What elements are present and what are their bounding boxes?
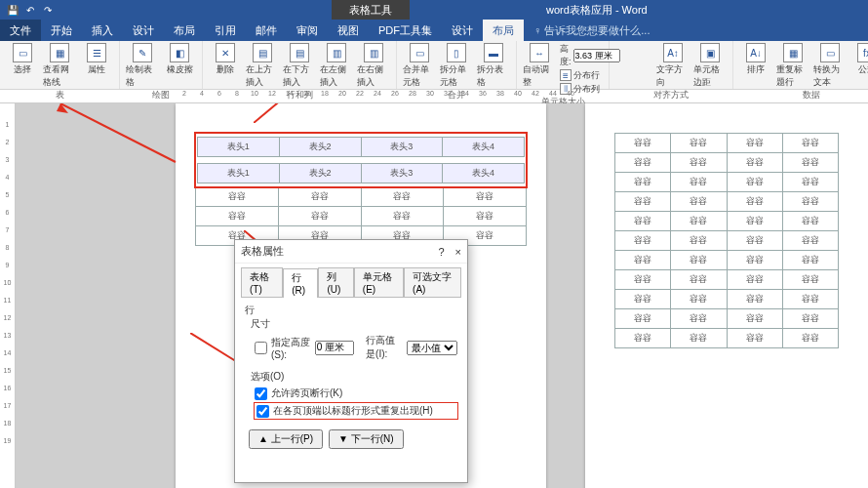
table-header-cell[interactable]: 表头4 <box>443 138 525 157</box>
tab-pdf[interactable]: PDF工具集 <box>369 20 442 41</box>
tab-table-layout[interactable]: 布局 <box>483 20 524 41</box>
table-cell[interactable]: 容容 <box>671 251 727 270</box>
tab-insert[interactable]: 插入 <box>82 20 123 41</box>
table-cell[interactable]: 容容 <box>727 134 782 153</box>
height-input[interactable] <box>315 341 354 355</box>
cell-margins-button[interactable]: ▣单元格边距 <box>693 43 727 89</box>
dialog-tab-alttext[interactable]: 可选文字(A) <box>404 267 461 297</box>
table-cell[interactable]: 容容 <box>615 290 671 309</box>
table-cell[interactable]: 容容 <box>615 251 671 270</box>
vertical-ruler[interactable]: 12345678910111213141516171819 <box>0 103 16 488</box>
table-cell[interactable]: 容容 <box>361 187 444 207</box>
tab-layout[interactable]: 布局 <box>164 20 205 41</box>
insert-above-button[interactable]: ▤在上方插入 <box>246 43 279 89</box>
table-header-cell[interactable]: 表头2 <box>279 164 361 183</box>
align-ml-icon[interactable] <box>615 56 627 67</box>
table-cell[interactable]: 容容 <box>782 192 838 212</box>
tab-table-design[interactable]: 设计 <box>442 20 483 41</box>
tell-me[interactable]: ♀ 告诉我您想要做什么... <box>524 20 659 41</box>
align-grid[interactable] <box>615 43 652 80</box>
sort-button[interactable]: A↓排序 <box>739 43 772 76</box>
table-cell[interactable]: 容容 <box>727 212 782 231</box>
split-table-button[interactable]: ▬拆分表格 <box>477 43 510 89</box>
table-cell[interactable]: 容容 <box>671 290 727 309</box>
dialog-help-button[interactable]: ? <box>438 246 444 258</box>
align-bc-icon[interactable] <box>628 68 640 80</box>
table-cell[interactable]: 容容 <box>671 153 727 173</box>
table-cell[interactable]: 容容 <box>727 231 782 251</box>
table-2[interactable]: 容容容容容容容容容容容容容容容容容容容容容容容容容容容容容容容容容容容容容容容容… <box>614 133 839 348</box>
properties-button[interactable]: ☰属性 <box>80 43 113 76</box>
align-bl-icon[interactable] <box>615 68 627 80</box>
formula-button[interactable]: fx公式 <box>850 43 868 76</box>
select-button[interactable]: ▭选择 <box>6 43 39 76</box>
distribute-rows-button[interactable]: ≡分布行 <box>560 69 603 82</box>
table-cell[interactable]: 容容 <box>671 212 727 231</box>
table-cell[interactable]: 容容 <box>782 153 838 173</box>
table-cell[interactable]: 容容 <box>727 251 782 270</box>
table-cell[interactable]: 容容 <box>671 270 727 290</box>
tab-home[interactable]: 开始 <box>41 20 82 41</box>
table-cell[interactable]: 容容 <box>727 309 782 329</box>
next-row-button[interactable]: ▼ 下一行(N) <box>329 429 404 449</box>
undo-icon[interactable]: ↶ <box>23 3 37 17</box>
table-header-cell[interactable]: 表头3 <box>361 164 443 183</box>
row-height-is-select[interactable]: 最小值 <box>407 341 457 355</box>
table-cell[interactable]: 容容 <box>727 153 782 173</box>
table-cell[interactable]: 容容 <box>671 329 727 348</box>
table-1-body[interactable]: 容容容容容容容容容容容容容容容容容容容容容容容容 <box>195 186 527 246</box>
split-cells-button[interactable]: ▯拆分单元格 <box>440 43 473 89</box>
dialog-tab-row[interactable]: 行(R) <box>283 268 318 298</box>
table-cell[interactable]: 容容 <box>782 290 838 309</box>
redo-icon[interactable]: ↷ <box>41 3 55 17</box>
eraser-button[interactable]: ◧橡皮擦 <box>163 43 196 76</box>
dialog-tab-cell[interactable]: 单元格(E) <box>354 267 404 297</box>
autofit-button[interactable]: ↔自动调整 <box>523 43 556 89</box>
draw-table-button[interactable]: ✎绘制表格 <box>126 43 159 89</box>
table-cell[interactable]: 容容 <box>727 173 782 192</box>
table-cell[interactable]: 容容 <box>671 231 727 251</box>
table-cell[interactable]: 容容 <box>782 270 838 290</box>
table-cell[interactable]: 容容 <box>196 187 279 207</box>
tab-view[interactable]: 视图 <box>328 20 369 41</box>
table-cell[interactable]: 容容 <box>615 212 671 231</box>
table-cell[interactable]: 容容 <box>615 134 671 153</box>
tab-references[interactable]: 引用 <box>205 20 246 41</box>
table-cell[interactable]: 容容 <box>615 270 671 290</box>
table-header-cell[interactable]: 表头4 <box>443 164 525 183</box>
table-cell[interactable]: 容容 <box>361 207 444 226</box>
table-cell[interactable]: 容容 <box>671 309 727 329</box>
tab-file[interactable]: 文件 <box>0 20 41 41</box>
table-cell[interactable]: 容容 <box>782 231 838 251</box>
table-cell[interactable]: 容容 <box>782 309 838 329</box>
table-cell[interactable]: 容容 <box>196 207 279 226</box>
view-gridlines-button[interactable]: ▦查看网格线 <box>43 43 76 89</box>
align-mr-icon[interactable] <box>641 56 652 67</box>
table-cell[interactable]: 容容 <box>615 329 671 348</box>
align-tc-icon[interactable] <box>628 43 640 55</box>
table-cell[interactable]: 容容 <box>278 207 361 226</box>
table-cell[interactable]: 容容 <box>615 153 671 173</box>
table-header-cell[interactable]: 表头1 <box>198 164 280 183</box>
table-cell[interactable]: 容容 <box>727 192 782 212</box>
tab-mail[interactable]: 邮件 <box>246 20 287 41</box>
table-cell[interactable]: 容容 <box>782 329 838 348</box>
table-cell[interactable]: 容容 <box>615 192 671 212</box>
height-field[interactable]: 高度: <box>560 43 603 68</box>
table-header-cell[interactable]: 表头2 <box>279 138 361 157</box>
table-cell[interactable]: 容容 <box>444 187 527 207</box>
prev-row-button[interactable]: ▲ 上一行(P) <box>249 429 323 449</box>
table-cell[interactable]: 容容 <box>782 251 838 270</box>
tab-design[interactable]: 设计 <box>123 20 164 41</box>
insert-right-button[interactable]: ▥在右侧插入 <box>357 43 390 89</box>
insert-below-button[interactable]: ▤在下方插入 <box>283 43 316 89</box>
table-cell[interactable]: 容容 <box>278 187 361 207</box>
table-cell[interactable]: 容容 <box>615 309 671 329</box>
convert-text-button[interactable]: ▭转换为文本 <box>813 43 847 89</box>
table-cell[interactable]: 容容 <box>615 231 671 251</box>
align-mc-icon[interactable] <box>628 56 640 67</box>
table-cell[interactable]: 容容 <box>727 290 782 309</box>
align-br-icon[interactable] <box>641 68 652 80</box>
table-header-cell[interactable]: 表头1 <box>198 138 280 157</box>
dialog-tab-table[interactable]: 表格(T) <box>241 267 283 297</box>
